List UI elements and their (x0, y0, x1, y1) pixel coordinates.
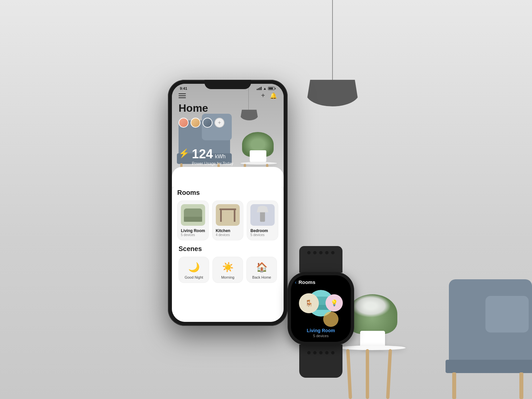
avatar-2[interactable] (191, 118, 200, 128)
watch-band-top (299, 246, 342, 273)
room-name-kitchen: Kitchen (216, 228, 240, 233)
home-title: Home (179, 102, 277, 114)
battery-icon (268, 87, 276, 90)
room-name-bedroom: Bedroom (250, 228, 275, 233)
room-devices-living: 5 devices (181, 233, 205, 237)
watch-band-holes-top (299, 246, 342, 254)
room-image-kitchen (216, 204, 240, 226)
bell-button[interactable]: 🔔 (270, 92, 277, 99)
scenes-section: Scenes 🌙 Good Night ☀️ Morning 🏠 Ba (177, 240, 278, 283)
menu-button[interactable] (179, 93, 186, 98)
status-bar: 9:41 ▲ (172, 84, 284, 92)
energy-unit: kWh (215, 154, 225, 160)
avatar-1[interactable] (179, 118, 189, 128)
room-image-living (181, 204, 205, 226)
signal-icon (257, 87, 262, 90)
scene-back-home[interactable]: 🏠 Back Home (246, 257, 277, 283)
top-bar: + 🔔 (172, 92, 284, 99)
energy-label: Power Usage for Today (192, 161, 233, 166)
scenes-title: Scenes (179, 245, 277, 253)
add-button[interactable]: + (261, 92, 265, 99)
watch-band-holes-bottom (299, 344, 342, 354)
room-card-bedroom[interactable]: Bedroom 5 devices (247, 200, 278, 240)
iphone-device: 9:41 ▲ (168, 80, 288, 326)
energy-value: 124 (192, 147, 213, 161)
app-overlay: Home + (179, 102, 277, 133)
avatar-list: + (179, 118, 277, 128)
watch-bubble-kitchen[interactable]: 🪑 (299, 293, 319, 313)
scene-name-morning: Morning (215, 275, 240, 279)
scene-morning[interactable]: ☀️ Morning (212, 257, 243, 283)
watch-back-icon[interactable]: ‹ (295, 280, 297, 285)
wifi-icon: ▲ (263, 86, 267, 90)
watch-bubble-bedroom[interactable]: 💡 (326, 294, 343, 312)
room-devices-bedroom: 5 devices (250, 233, 275, 237)
iphone-screen: 9:41 ▲ (172, 84, 284, 322)
main-content: 9:41 ▲ (168, 80, 364, 346)
watch-header: ‹ Rooms (295, 279, 347, 285)
watch-room-info: Living Room 5 devices (295, 325, 347, 338)
white-content-section: Rooms Living Room 5 devices (172, 184, 284, 322)
scene-name-backhome: Back Home (249, 275, 274, 279)
watch-rooms-carousel: 🪑 💡 (295, 288, 347, 325)
status-icons: ▲ (257, 86, 276, 90)
add-avatar-button[interactable]: + (214, 118, 224, 128)
room-card-living[interactable]: Living Room 5 devices (177, 200, 209, 240)
bolt-icon: ⚡ (179, 148, 189, 159)
watch-room-devices: 5 devices (295, 334, 347, 338)
scene-good-night[interactable]: 🌙 Good Night (179, 257, 209, 283)
room-card-kitchen[interactable]: Kitchen 4 devices (212, 200, 244, 240)
watch-bubble-extra (323, 312, 338, 327)
watch-body: ‹ Rooms 🪑 (288, 272, 354, 345)
apple-watch: ‹ Rooms 🪑 (278, 246, 364, 352)
armchair-right (419, 200, 532, 399)
sun-icon: ☀️ (215, 262, 240, 273)
watch-screen-content: ‹ Rooms 🪑 (291, 275, 351, 342)
watch-screen: ‹ Rooms 🪑 (291, 275, 351, 342)
status-time: 9:41 (180, 86, 187, 90)
room-devices-kitchen: 4 devices (216, 233, 240, 237)
scenes-grid: 🌙 Good Night ☀️ Morning 🏠 Back Home (179, 257, 277, 283)
watch-room-name: Living Room (295, 328, 347, 333)
avatar-3[interactable] (202, 118, 212, 128)
rooms-title: Rooms (177, 189, 278, 197)
rooms-section: Rooms Living Room 5 devices (177, 189, 278, 240)
room-image-bedroom (250, 204, 275, 226)
header-icons: + 🔔 (261, 92, 277, 99)
scene-name-night: Good Night (182, 275, 206, 279)
watch-band-bottom (299, 344, 342, 378)
house-icon: 🏠 (249, 262, 274, 273)
moon-icon: 🌙 (182, 262, 206, 273)
rooms-grid: Living Room 5 devices (177, 200, 278, 240)
energy-display: ⚡ 124 kWh Power Usage for Today (179, 147, 233, 166)
watch-rooms-title: Rooms (299, 279, 316, 285)
room-name-living: Living Room (181, 228, 205, 233)
